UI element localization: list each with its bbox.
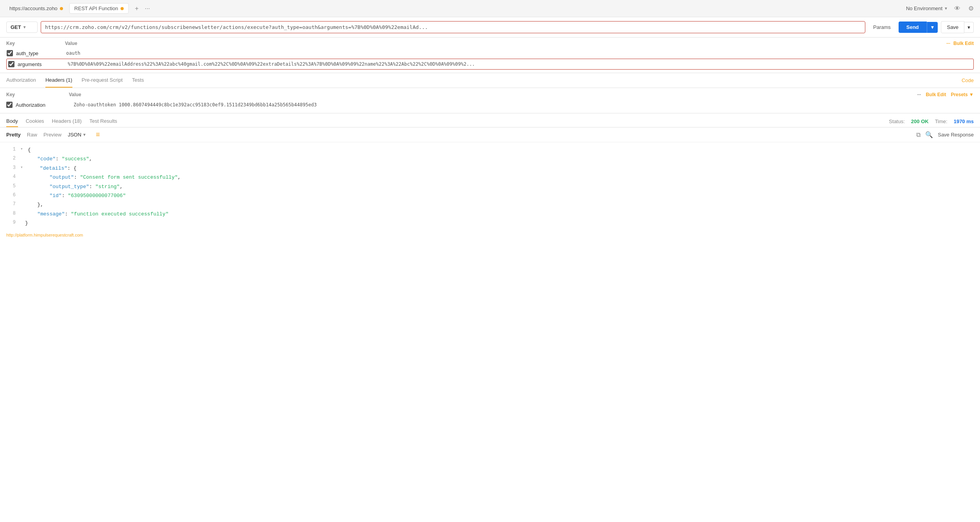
code-line-1: 1 ▾ { <box>6 145 974 154</box>
send-button-group: Send ▼ <box>899 22 938 33</box>
tab-headers[interactable]: Headers (1) <box>45 73 72 88</box>
param-check-arguments[interactable] <box>8 61 14 67</box>
footer: http://platform.himpulserequestcraft.com <box>0 231 980 239</box>
headers-key-col: Key <box>6 92 69 97</box>
header-value-authorization: Zoho-oauthtoken 1000.8607494449c8bc1e392… <box>74 102 974 108</box>
tab-dot-2 <box>121 7 124 10</box>
response-tab-test-results[interactable]: Test Results <box>89 116 117 127</box>
save-button-group: Save ▼ <box>941 21 974 33</box>
code-line-8: 8 "message": "function executed successf… <box>6 210 974 219</box>
format-type-dropdown[interactable]: JSON ▼ <box>68 132 86 138</box>
line-num-7: 7 <box>6 200 16 209</box>
response-code-block: 1 ▾ { 2 "code": "success", 3 ▾ "details"… <box>0 142 980 231</box>
url-section: GET ▼ Params Send ▼ Save ▼ <box>0 17 980 38</box>
headers-value-col: Value <box>69 92 81 97</box>
code-content-1: { <box>28 145 974 154</box>
code-line-6: 6 "id": "63095000000077006" <box>6 191 974 200</box>
eye-icon[interactable]: 👁 <box>953 4 962 14</box>
response-body-label: Body <box>6 118 18 124</box>
wrap-lines-icon[interactable]: ≡ <box>96 131 100 139</box>
params-bulk-edit-btn[interactable]: Bulk Edit <box>953 41 974 46</box>
send-button[interactable]: Send <box>899 22 927 33</box>
params-button[interactable]: Params <box>868 22 895 32</box>
headers-dots-btn[interactable]: ··· <box>917 92 921 97</box>
params-dots-btn[interactable]: ··· <box>946 41 950 46</box>
status-label: Status: <box>889 118 904 124</box>
tab-headers-label: Headers (1) <box>45 77 72 83</box>
response-cookies-label: Cookies <box>26 118 44 124</box>
param-check-auth-type[interactable] <box>7 50 13 56</box>
save-button[interactable]: Save <box>941 21 964 33</box>
code-line-2: 2 "code": "success", <box>6 154 974 163</box>
gear-icon[interactable]: ⚙ <box>967 3 975 14</box>
pretty-label: Pretty <box>6 132 21 138</box>
url-input[interactable] <box>41 21 865 33</box>
code-line-4: 4 "output": "Consent form sent successfu… <box>6 173 974 182</box>
format-chevron-icon: ▼ <box>83 133 86 137</box>
code-content-5: "output_type": "string", <box>25 182 974 191</box>
method-label: GET <box>11 24 21 30</box>
tab-authorization[interactable]: Authorization <box>6 73 36 88</box>
method-chevron-icon: ▼ <box>23 25 27 29</box>
search-response-button[interactable]: 🔍 <box>925 131 933 138</box>
tab-tests[interactable]: Tests <box>132 73 144 88</box>
environment-dropdown[interactable]: No Environment ▼ <box>906 5 948 11</box>
tab-authorization-label: Authorization <box>6 77 36 83</box>
format-type-label: JSON <box>68 132 81 138</box>
code-content-4: "output": "Consent form sent successfull… <box>25 173 974 182</box>
headers-presets-btn[interactable]: Presets ▼ <box>951 92 974 97</box>
headers-bulk-edit-btn[interactable]: Bulk Edit <box>926 92 946 97</box>
save-dropdown-button[interactable]: ▼ <box>964 22 974 33</box>
header-check-authorization[interactable] <box>6 102 13 108</box>
response-tabs-bar: Body Cookies Headers (18) Test Results S… <box>0 113 980 127</box>
response-tab-headers[interactable]: Headers (18) <box>52 116 82 127</box>
line-num-5: 5 <box>6 182 16 191</box>
code-content-7: }, <box>25 200 974 209</box>
copy-response-button[interactable]: ⧉ <box>916 131 921 138</box>
time-label: Time: <box>935 118 948 124</box>
save-response-button[interactable]: Save Response <box>938 132 974 138</box>
line-num-8: 8 <box>6 210 16 219</box>
line-num-3: 3 <box>6 164 16 173</box>
headers-right-actions: ··· Bulk Edit Presets ▼ <box>917 92 974 97</box>
code-line-9: 9 } <box>6 219 974 228</box>
format-tab-preview[interactable]: Preview <box>43 131 61 138</box>
header-row-authorization: Authorization Zoho-oauthtoken 1000.86074… <box>6 100 974 110</box>
environment-label: No Environment <box>906 5 942 11</box>
params-table: Key Value ··· Bulk Edit auth_type oauth … <box>0 38 980 73</box>
code-line-3: 3 ▾ "details": { <box>6 164 974 173</box>
code-link[interactable]: Code <box>962 77 974 83</box>
code-content-8: "message": "function executed successful… <box>25 210 974 219</box>
code-content-9: } <box>25 219 974 228</box>
format-tab-pretty[interactable]: Pretty <box>6 131 21 138</box>
params-value-header: Value <box>65 41 77 46</box>
code-content-6: "id": "63095000000077006" <box>25 191 974 200</box>
method-dropdown[interactable]: GET ▼ <box>6 22 38 33</box>
code-label: Code <box>962 77 974 83</box>
tab-actions: + ··· <box>133 4 152 14</box>
line-num-2: 2 <box>6 154 16 163</box>
format-actions: ⧉ 🔍 Save Response <box>916 131 974 138</box>
tab-dot-1 <box>60 7 63 10</box>
time-value: 1970 ms <box>954 118 974 124</box>
add-tab-button[interactable]: + <box>133 4 140 14</box>
code-line-7: 7 }, <box>6 200 974 209</box>
tab-pre-request[interactable]: Pre-request Script <box>82 73 123 88</box>
line-num-1: 1 <box>6 145 16 154</box>
params-bulk-actions: ··· Bulk Edit <box>946 41 974 46</box>
param-row-arguments: arguments %7B%0D%0A%09%22emailAddress%22… <box>6 59 974 70</box>
send-dropdown-button[interactable]: ▼ <box>927 22 938 33</box>
response-tab-body[interactable]: Body <box>6 116 18 127</box>
format-tab-raw[interactable]: Raw <box>27 131 37 138</box>
format-tabs: Pretty Raw Preview JSON ▼ ≡ ⧉ 🔍 Save Res… <box>0 127 980 142</box>
response-tab-cookies[interactable]: Cookies <box>26 116 44 127</box>
tab-accounts-zoho[interactable]: https://accounts.zoho <box>5 4 68 13</box>
collapse-3[interactable]: ▾ <box>20 164 23 173</box>
footer-link[interactable]: http://platform.himpulserequestcraft.com <box>6 233 83 237</box>
collapse-1[interactable]: ▾ <box>20 145 23 154</box>
more-tabs-button[interactable]: ··· <box>143 4 151 14</box>
preview-label: Preview <box>43 132 61 138</box>
param-key-arguments: arguments <box>18 61 65 67</box>
tab-rest-api[interactable]: REST API Function <box>69 3 129 14</box>
response-headers-label: Headers (18) <box>52 118 82 124</box>
